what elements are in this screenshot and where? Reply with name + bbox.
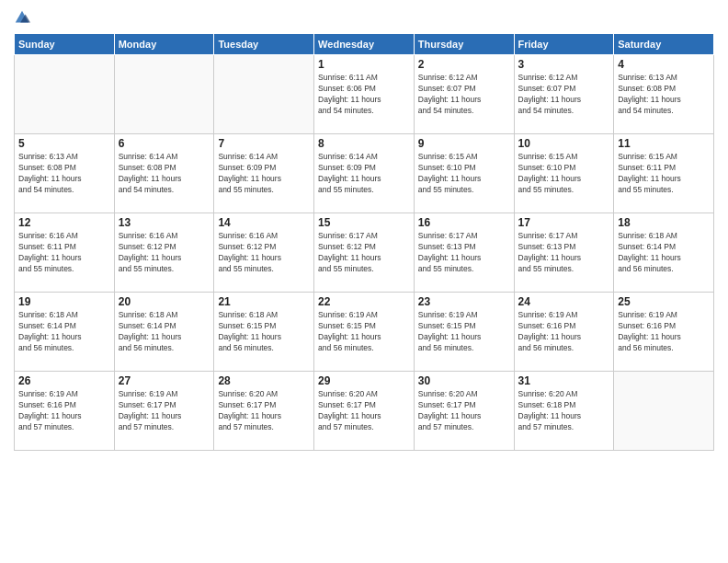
day-info: Sunrise: 6:19 AMSunset: 6:16 PMDaylight:… — [518, 310, 610, 354]
day-info: Sunrise: 6:19 AMSunset: 6:15 PMDaylight:… — [418, 310, 510, 354]
week-row-4: 26Sunrise: 6:19 AMSunset: 6:16 PMDayligh… — [15, 372, 714, 451]
day-number: 3 — [518, 58, 610, 71]
calendar: SundayMondayTuesdayWednesdayThursdayFrid… — [14, 33, 714, 451]
calendar-cell: 7Sunrise: 6:14 AMSunset: 6:09 PMDaylight… — [214, 134, 314, 213]
day-info: Sunrise: 6:16 AMSunset: 6:12 PMDaylight:… — [119, 231, 210, 275]
weekday-header-row: SundayMondayTuesdayWednesdayThursdayFrid… — [15, 34, 714, 55]
calendar-cell: 3Sunrise: 6:12 AMSunset: 6:07 PMDaylight… — [514, 55, 614, 134]
calendar-cell: 11Sunrise: 6:15 AMSunset: 6:11 PMDayligh… — [614, 134, 714, 213]
day-info: Sunrise: 6:15 AMSunset: 6:10 PMDaylight:… — [418, 152, 510, 196]
calendar-cell: 10Sunrise: 6:15 AMSunset: 6:10 PMDayligh… — [514, 134, 614, 213]
day-number: 8 — [318, 137, 410, 150]
calendar-cell: 13Sunrise: 6:16 AMSunset: 6:12 PMDayligh… — [114, 213, 214, 293]
day-info: Sunrise: 6:14 AMSunset: 6:09 PMDaylight:… — [318, 152, 410, 196]
day-info: Sunrise: 6:13 AMSunset: 6:08 PMDaylight:… — [18, 152, 110, 196]
day-number: 4 — [618, 58, 710, 71]
day-number: 7 — [218, 137, 310, 150]
day-number: 6 — [119, 137, 210, 150]
day-number: 18 — [618, 216, 710, 229]
day-number: 26 — [18, 374, 110, 387]
day-number: 11 — [618, 137, 710, 150]
weekday-header-saturday: Saturday — [614, 34, 714, 55]
day-number: 13 — [119, 216, 210, 229]
day-info: Sunrise: 6:14 AMSunset: 6:08 PMDaylight:… — [119, 152, 210, 196]
day-info: Sunrise: 6:19 AMSunset: 6:15 PMDaylight:… — [318, 310, 410, 354]
day-number: 10 — [518, 137, 610, 150]
day-info: Sunrise: 6:18 AMSunset: 6:14 PMDaylight:… — [618, 231, 710, 275]
day-info: Sunrise: 6:20 AMSunset: 6:17 PMDaylight:… — [218, 389, 310, 433]
calendar-cell: 8Sunrise: 6:14 AMSunset: 6:09 PMDaylight… — [314, 134, 415, 213]
day-number: 28 — [218, 374, 310, 387]
day-info: Sunrise: 6:17 AMSunset: 6:12 PMDaylight:… — [318, 231, 410, 275]
calendar-cell: 28Sunrise: 6:20 AMSunset: 6:17 PMDayligh… — [214, 372, 314, 451]
day-info: Sunrise: 6:18 AMSunset: 6:14 PMDaylight:… — [119, 310, 210, 354]
day-info: Sunrise: 6:16 AMSunset: 6:11 PMDaylight:… — [18, 231, 110, 275]
day-number: 31 — [518, 374, 610, 387]
calendar-cell: 22Sunrise: 6:19 AMSunset: 6:15 PMDayligh… — [314, 293, 415, 372]
week-row-2: 12Sunrise: 6:16 AMSunset: 6:11 PMDayligh… — [15, 213, 714, 293]
week-row-0: 1Sunrise: 6:11 AMSunset: 6:06 PMDaylight… — [15, 55, 714, 134]
weekday-header-tuesday: Tuesday — [214, 34, 314, 55]
calendar-cell: 23Sunrise: 6:19 AMSunset: 6:15 PMDayligh… — [414, 293, 514, 372]
day-info: Sunrise: 6:16 AMSunset: 6:12 PMDaylight:… — [218, 231, 310, 275]
day-number: 9 — [418, 137, 510, 150]
weekday-header-monday: Monday — [114, 34, 214, 55]
calendar-cell: 12Sunrise: 6:16 AMSunset: 6:11 PMDayligh… — [15, 213, 115, 293]
day-number: 24 — [518, 295, 610, 308]
calendar-cell: 4Sunrise: 6:13 AMSunset: 6:08 PMDaylight… — [614, 55, 714, 134]
day-info: Sunrise: 6:19 AMSunset: 6:16 PMDaylight:… — [18, 389, 110, 433]
day-number: 16 — [418, 216, 510, 229]
calendar-cell: 2Sunrise: 6:12 AMSunset: 6:07 PMDaylight… — [414, 55, 514, 134]
calendar-cell: 31Sunrise: 6:20 AMSunset: 6:18 PMDayligh… — [514, 372, 614, 451]
logo — [14, 9, 34, 26]
weekday-header-wednesday: Wednesday — [314, 34, 415, 55]
weekday-header-friday: Friday — [514, 34, 614, 55]
day-number: 5 — [18, 137, 110, 150]
day-info: Sunrise: 6:19 AMSunset: 6:16 PMDaylight:… — [618, 310, 710, 354]
calendar-cell — [214, 55, 314, 134]
calendar-cell: 24Sunrise: 6:19 AMSunset: 6:16 PMDayligh… — [514, 293, 614, 372]
day-number: 2 — [418, 58, 510, 71]
week-row-1: 5Sunrise: 6:13 AMSunset: 6:08 PMDaylight… — [15, 134, 714, 213]
day-info: Sunrise: 6:14 AMSunset: 6:09 PMDaylight:… — [218, 152, 310, 196]
header — [14, 9, 714, 26]
day-info: Sunrise: 6:15 AMSunset: 6:11 PMDaylight:… — [618, 152, 710, 196]
day-number: 17 — [518, 216, 610, 229]
weekday-header-sunday: Sunday — [15, 34, 115, 55]
calendar-cell: 14Sunrise: 6:16 AMSunset: 6:12 PMDayligh… — [214, 213, 314, 293]
day-info: Sunrise: 6:20 AMSunset: 6:18 PMDaylight:… — [518, 389, 610, 433]
calendar-cell — [614, 372, 714, 451]
day-number: 29 — [318, 374, 410, 387]
day-number: 22 — [318, 295, 410, 308]
day-number: 27 — [119, 374, 210, 387]
day-info: Sunrise: 6:20 AMSunset: 6:17 PMDaylight:… — [418, 389, 510, 433]
calendar-cell: 9Sunrise: 6:15 AMSunset: 6:10 PMDaylight… — [414, 134, 514, 213]
calendar-cell — [114, 55, 214, 134]
week-row-3: 19Sunrise: 6:18 AMSunset: 6:14 PMDayligh… — [15, 293, 714, 372]
calendar-cell: 25Sunrise: 6:19 AMSunset: 6:16 PMDayligh… — [614, 293, 714, 372]
calendar-cell: 17Sunrise: 6:17 AMSunset: 6:13 PMDayligh… — [514, 213, 614, 293]
day-number: 15 — [318, 216, 410, 229]
page: SundayMondayTuesdayWednesdayThursdayFrid… — [0, 0, 728, 563]
day-info: Sunrise: 6:18 AMSunset: 6:15 PMDaylight:… — [218, 310, 310, 354]
calendar-cell: 29Sunrise: 6:20 AMSunset: 6:17 PMDayligh… — [314, 372, 415, 451]
calendar-cell: 27Sunrise: 6:19 AMSunset: 6:17 PMDayligh… — [114, 372, 214, 451]
day-info: Sunrise: 6:17 AMSunset: 6:13 PMDaylight:… — [418, 231, 510, 275]
day-info: Sunrise: 6:11 AMSunset: 6:06 PMDaylight:… — [318, 73, 410, 117]
calendar-cell: 26Sunrise: 6:19 AMSunset: 6:16 PMDayligh… — [15, 372, 115, 451]
day-info: Sunrise: 6:12 AMSunset: 6:07 PMDaylight:… — [518, 73, 610, 117]
calendar-cell: 21Sunrise: 6:18 AMSunset: 6:15 PMDayligh… — [214, 293, 314, 372]
day-number: 12 — [18, 216, 110, 229]
calendar-cell: 16Sunrise: 6:17 AMSunset: 6:13 PMDayligh… — [414, 213, 514, 293]
calendar-cell: 30Sunrise: 6:20 AMSunset: 6:17 PMDayligh… — [414, 372, 514, 451]
day-number: 14 — [218, 216, 310, 229]
day-info: Sunrise: 6:15 AMSunset: 6:10 PMDaylight:… — [518, 152, 610, 196]
weekday-header-thursday: Thursday — [414, 34, 514, 55]
calendar-cell: 18Sunrise: 6:18 AMSunset: 6:14 PMDayligh… — [614, 213, 714, 293]
calendar-cell: 1Sunrise: 6:11 AMSunset: 6:06 PMDaylight… — [314, 55, 415, 134]
day-number: 30 — [418, 374, 510, 387]
day-number: 19 — [18, 295, 110, 308]
calendar-cell: 15Sunrise: 6:17 AMSunset: 6:12 PMDayligh… — [314, 213, 415, 293]
day-info: Sunrise: 6:20 AMSunset: 6:17 PMDaylight:… — [318, 389, 410, 433]
day-number: 21 — [218, 295, 310, 308]
